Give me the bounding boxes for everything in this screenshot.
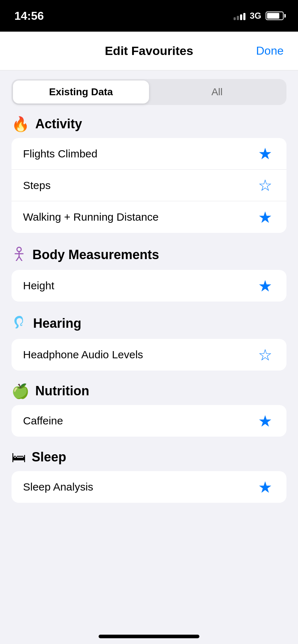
- segment-existing-data[interactable]: Existing Data: [13, 80, 149, 104]
- item-label-sleep-analysis: Sleep Analysis: [23, 481, 93, 493]
- svg-point-0: [17, 247, 21, 252]
- star-sleep-analysis[interactable]: ★: [255, 477, 275, 497]
- status-bar: 14:56 3G: [0, 0, 298, 32]
- activity-list-card: Flights Climbed ★ Steps ☆ Walking + Runn…: [12, 138, 286, 233]
- segment-control: Existing Data All: [12, 79, 286, 105]
- item-label-steps: Steps: [23, 179, 51, 192]
- item-label-headphone-audio: Headphone Audio Levels: [23, 349, 143, 361]
- item-label-height: Height: [23, 280, 54, 292]
- svg-line-3: [16, 257, 19, 261]
- section-hearing-header: Hearing: [12, 314, 286, 332]
- item-label-caffeine: Caffeine: [23, 415, 63, 427]
- sleep-icon: 🛏: [12, 450, 26, 464]
- item-label-walking-running: Walking + Running Distance: [23, 211, 159, 223]
- star-steps[interactable]: ☆: [255, 175, 275, 196]
- star-headphone-audio[interactable]: ☆: [255, 345, 275, 365]
- network-label: 3G: [250, 11, 261, 21]
- section-body-title: Body Measurements: [32, 247, 159, 262]
- list-item: Sleep Analysis ★: [12, 471, 286, 503]
- item-label-flights-climbed: Flights Climbed: [23, 148, 98, 160]
- segment-all[interactable]: All: [149, 80, 285, 104]
- section-activity-header: 🔥 Activity: [12, 116, 286, 132]
- star-walking-running[interactable]: ★: [255, 207, 275, 227]
- section-activity: 🔥 Activity Flights Climbed ★ Steps ☆ Wal…: [12, 116, 286, 233]
- nav-bar: Edit Favourites Done: [0, 32, 298, 70]
- section-sleep-header: 🛏 Sleep: [12, 450, 286, 465]
- list-item: Steps ☆: [12, 170, 286, 201]
- svg-line-4: [19, 257, 22, 261]
- section-hearing-title: Hearing: [33, 316, 81, 331]
- section-sleep-title: Sleep: [32, 450, 66, 465]
- star-height[interactable]: ★: [255, 276, 275, 296]
- star-flights-climbed[interactable]: ★: [255, 144, 275, 164]
- nutrition-list-card: Caffeine ★: [12, 405, 286, 437]
- activity-icon: 🔥: [12, 117, 30, 131]
- list-item: Height ★: [12, 270, 286, 302]
- section-body-measurements: Body Measurements Height ★: [12, 246, 286, 302]
- list-item: Headphone Audio Levels ☆: [12, 339, 286, 371]
- main-content: 🔥 Activity Flights Climbed ★ Steps ☆ Wal…: [0, 105, 298, 503]
- list-item: Walking + Running Distance ★: [12, 201, 286, 233]
- section-nutrition-header: 🍏 Nutrition: [12, 383, 286, 399]
- section-body-header: Body Measurements: [12, 246, 286, 263]
- list-item: Flights Climbed ★: [12, 138, 286, 170]
- hearing-icon: [12, 314, 27, 332]
- star-caffeine[interactable]: ★: [255, 411, 275, 431]
- section-nutrition: 🍏 Nutrition Caffeine ★: [12, 383, 286, 437]
- section-activity-title: Activity: [35, 116, 82, 132]
- body-measurements-icon: [12, 246, 27, 263]
- section-sleep: 🛏 Sleep Sleep Analysis ★: [12, 450, 286, 503]
- signal-bars-icon: [234, 12, 245, 20]
- status-time: 14:56: [14, 9, 44, 23]
- hearing-list-card: Headphone Audio Levels ☆: [12, 339, 286, 371]
- nutrition-icon: 🍏: [12, 384, 30, 398]
- nav-title: Edit Favourites: [105, 44, 193, 58]
- done-button[interactable]: Done: [256, 44, 284, 58]
- list-item: Caffeine ★: [12, 405, 286, 437]
- sleep-list-card: Sleep Analysis ★: [12, 471, 286, 503]
- home-indicator: [99, 635, 199, 638]
- section-hearing: Hearing Headphone Audio Levels ☆: [12, 314, 286, 371]
- segment-container: Existing Data All: [0, 70, 298, 105]
- section-nutrition-title: Nutrition: [35, 383, 89, 399]
- battery-icon: [266, 12, 284, 20]
- status-icons: 3G: [234, 11, 284, 21]
- body-list-card: Height ★: [12, 270, 286, 302]
